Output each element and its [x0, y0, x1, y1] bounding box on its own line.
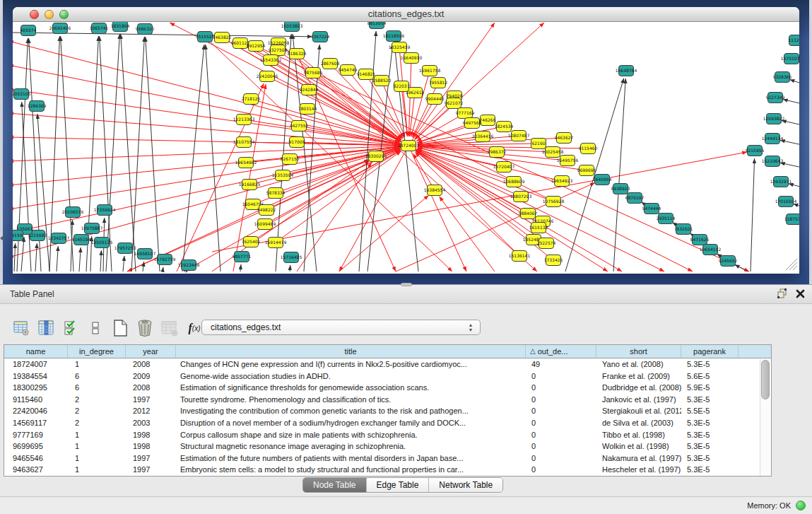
graph-node[interactable]: 10654112 — [700, 245, 722, 255]
table-settings-button[interactable] — [11, 317, 31, 339]
cell-indegree[interactable]: 2 — [68, 394, 126, 406]
graph-node[interactable]: 19654923 — [551, 176, 573, 187]
graph-node[interactable]: 18724007 — [398, 141, 420, 151]
column-header-title[interactable]: title — [176, 345, 526, 358]
window-titlebar[interactable]: citations_edges.txt — [13, 7, 799, 22]
graph-node[interactable]: 9884067 — [519, 209, 538, 219]
minimize-window-icon[interactable] — [45, 10, 54, 19]
cell-name[interactable]: 9115460 — [4, 394, 68, 406]
cell-short[interactable]: Nakamura et al. (1997) — [596, 452, 681, 465]
column-header-pagerank[interactable]: pagerank — [681, 345, 739, 358]
graph-node[interactable]: 9474444 — [642, 204, 661, 214]
graph-node[interactable]: 8454749 — [339, 65, 358, 76]
cell-short[interactable]: Yano et al. (2008) — [596, 358, 681, 370]
graph-node[interactable]: 8471626 — [690, 235, 710, 245]
cell-year[interactable]: 1998 — [126, 440, 176, 452]
cell-title[interactable]: Investigating the contribution of common… — [176, 405, 526, 417]
graph-node[interactable]: 16543362 — [260, 55, 282, 66]
cell-name[interactable]: 9463627 — [4, 464, 68, 476]
cell-pagerank[interactable]: 5.3E-5 — [681, 452, 739, 465]
graph-node[interactable]: 917008 — [289, 137, 305, 148]
graph-node[interactable]: 16958107 — [134, 249, 156, 259]
graph-node[interactable]: 1187533 — [784, 214, 799, 225]
graph-node[interactable]: 2935114 — [657, 214, 676, 224]
graph-node[interactable]: 16053803 — [281, 22, 303, 32]
cell-pagerank[interactable]: 5.3E-5 — [681, 429, 739, 441]
graph-node[interactable]: 12923448 — [178, 260, 200, 271]
graph-node[interactable]: 7625402 — [242, 237, 261, 247]
graph-node[interactable]: 9242844 — [300, 85, 319, 95]
cell-pagerank[interactable]: 5.9E-5 — [681, 382, 739, 394]
cell-year[interactable]: 2008 — [126, 358, 176, 370]
network-canvas[interactable]: 1872400774638229601123991295415226058932… — [13, 22, 799, 273]
graph-node[interactable]: 16495756 — [557, 156, 579, 166]
cell-name[interactable]: 9465546 — [4, 452, 68, 465]
cell-indegree[interactable]: 6 — [68, 370, 126, 382]
cell-title[interactable]: Genome-wide association studies in ADHD. — [176, 370, 526, 382]
graph-node[interactable]: 2718126 — [242, 94, 261, 105]
cell-title[interactable]: Estimation of significance thresholds fo… — [176, 382, 526, 394]
column-header-short[interactable]: short — [596, 345, 681, 358]
graph-node[interactable]: 13505135 — [91, 238, 113, 248]
graph-node[interactable]: 8267150 — [281, 154, 300, 165]
graph-node[interactable]: 9245652 — [719, 256, 738, 267]
graph-node[interactable]: 20364416 — [472, 132, 494, 142]
cell-name[interactable]: 9777169 — [4, 429, 68, 441]
graph-node[interactable]: 9777169 — [456, 108, 475, 119]
cell-indegree[interactable]: 1 — [68, 464, 126, 476]
graph-node[interactable]: 1284309 — [28, 101, 47, 112]
graph-node[interactable]: 9904448 — [425, 94, 445, 105]
graph-node[interactable]: 405574 — [20, 25, 37, 36]
resize-grip[interactable] — [786, 259, 797, 270]
cell-outde[interactable]: 0 — [526, 382, 596, 394]
graph-node[interactable]: 19166825 — [239, 180, 261, 190]
column-header-name[interactable]: name — [4, 345, 68, 358]
network-table-selector[interactable]: citations_edges.txt ▲▼ — [201, 320, 481, 335]
graph-node[interactable]: 2053105 — [13, 89, 31, 100]
table-row[interactable]: 1938455462009Genome-wide association stu… — [4, 370, 771, 382]
graph-node[interactable]: 62160 — [531, 139, 546, 149]
cell-outde[interactable]: 0 — [526, 452, 596, 465]
cell-title[interactable]: Structural magnetic resonance image aver… — [176, 440, 526, 452]
column-header-indegree[interactable]: in_degree — [68, 345, 126, 358]
graph-node[interactable]: 15716485 — [281, 252, 302, 263]
cell-year[interactable]: 1997 — [126, 464, 176, 476]
table-row[interactable]: 946362711997Embryonic stem cells: a mode… — [4, 464, 771, 476]
graph-node[interactable]: 16782759 — [154, 255, 176, 265]
table-row[interactable]: 1872400712008Changes of HCN gene express… — [4, 358, 771, 370]
graph-node[interactable]: 18300295 — [365, 151, 387, 162]
graph-node[interactable]: 15720407 — [493, 162, 515, 173]
cell-pagerank[interactable]: 5.3E-5 — [681, 394, 739, 406]
zoom-window-icon[interactable] — [59, 10, 69, 19]
graph-node[interactable]: 111290 — [789, 35, 799, 46]
cell-short[interactable]: Franke et al. (2009) — [596, 370, 681, 382]
table-row[interactable]: 946554611997Estimation of the future num… — [4, 452, 771, 465]
cell-name[interactable]: 18724007 — [4, 358, 68, 370]
graph-node[interactable]: 17957253 — [114, 243, 136, 254]
cell-outde[interactable]: 0 — [526, 394, 596, 406]
graph-node[interactable]: 22420046 — [257, 71, 278, 82]
graph-node[interactable]: 7803144 — [298, 104, 317, 115]
graph-node[interactable]: 15751074 — [781, 54, 799, 64]
graph-node[interactable]: 1145194 — [72, 235, 91, 245]
graph-node[interactable]: 18325419 — [389, 42, 411, 53]
cell-short[interactable]: Tibbo et al. (1998) — [596, 429, 681, 441]
graph-node[interactable]: 16961758 — [419, 66, 441, 76]
cell-name[interactable]: 14569117 — [4, 417, 68, 429]
table-row[interactable]: 1456911722003Disruption of a novel membe… — [4, 417, 771, 429]
cell-pagerank[interactable]: 5.3E-5 — [681, 440, 739, 452]
graph-node[interactable]: 5878334 — [266, 188, 286, 199]
cell-indegree[interactable]: 2 — [68, 417, 126, 429]
tab-node-table[interactable]: Node Table — [303, 478, 367, 492]
graph-node[interactable]: 9586320 — [136, 24, 155, 35]
graph-node[interactable]: 2867608 — [321, 59, 340, 69]
graph-node[interactable]: 9227349 — [766, 93, 785, 103]
cell-outde[interactable]: 0 — [526, 464, 596, 476]
graph-node[interactable]: 39159 — [13, 230, 23, 241]
cell-title[interactable]: Corpus callosum shape and size in male p… — [176, 429, 526, 441]
graph-node[interactable]: 16099489 — [254, 219, 276, 230]
cell-title[interactable]: Changes of HCN gene expression and I(f) … — [176, 358, 526, 370]
cell-outde[interactable]: 0 — [526, 405, 596, 417]
cell-outde[interactable]: 0 — [526, 370, 596, 382]
cell-title[interactable]: Disruption of a novel member of a sodium… — [176, 417, 526, 429]
